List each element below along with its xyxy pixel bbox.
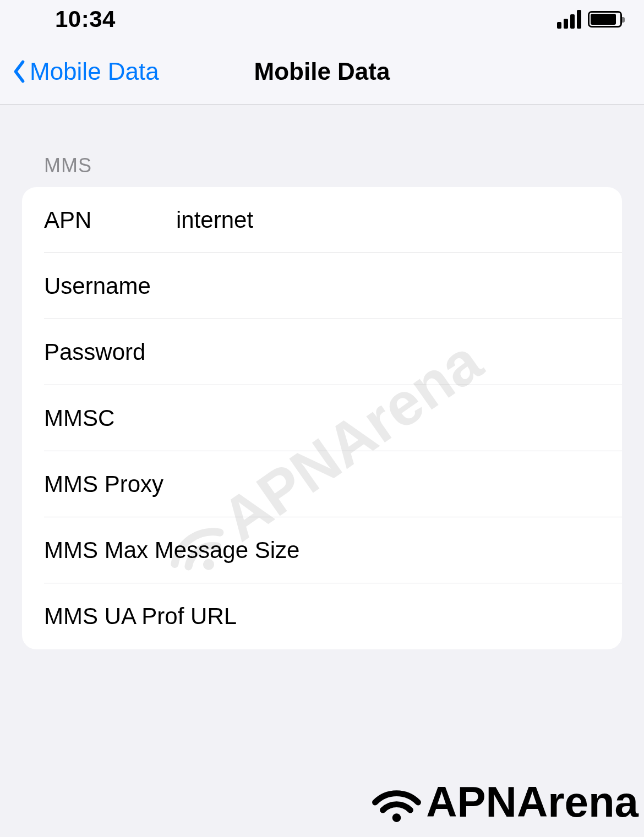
chevron-left-icon (11, 59, 28, 84)
row-password[interactable]: Password (22, 319, 622, 385)
watermark-text: APNArena (426, 777, 638, 827)
label-mms-proxy: MMS Proxy (44, 471, 163, 497)
input-apn[interactable] (176, 207, 622, 233)
input-username[interactable] (176, 273, 622, 299)
status-time: 10:34 (55, 6, 116, 32)
navigation-bar: Mobile Data Mobile Data (0, 39, 644, 105)
label-mms-max: MMS Max Message Size (44, 537, 299, 564)
row-mmsc[interactable]: MMSC (22, 385, 622, 451)
wifi-icon (370, 781, 423, 824)
label-password: Password (44, 339, 176, 365)
watermark-bottom: APNArena (370, 777, 638, 827)
input-mmsc[interactable] (176, 405, 622, 431)
cellular-signal-icon (557, 10, 581, 29)
label-mms-ua: MMS UA Prof URL (44, 603, 237, 630)
input-mms-ua[interactable] (237, 603, 622, 630)
section-header-mms: MMS (0, 105, 644, 187)
input-password[interactable] (176, 339, 622, 365)
input-mms-max[interactable] (299, 537, 622, 564)
row-username[interactable]: Username (22, 253, 622, 319)
status-indicators (557, 10, 622, 29)
row-mms-max[interactable]: MMS Max Message Size (22, 517, 622, 583)
back-button[interactable]: Mobile Data (0, 58, 159, 85)
row-mms-ua[interactable]: MMS UA Prof URL (22, 583, 622, 649)
label-mmsc: MMSC (44, 405, 176, 431)
label-apn: APN (44, 207, 176, 233)
input-mms-proxy[interactable] (163, 471, 622, 497)
row-apn[interactable]: APN (22, 187, 622, 253)
mms-settings-group: APN Username Password MMSC MMS Proxy MMS… (22, 187, 622, 649)
status-bar: 10:34 (0, 0, 644, 39)
svg-point-1 (392, 813, 401, 822)
page-title: Mobile Data (254, 58, 390, 85)
row-mms-proxy[interactable]: MMS Proxy (22, 451, 622, 517)
back-label: Mobile Data (30, 58, 159, 85)
battery-icon (588, 11, 622, 28)
label-username: Username (44, 273, 176, 299)
